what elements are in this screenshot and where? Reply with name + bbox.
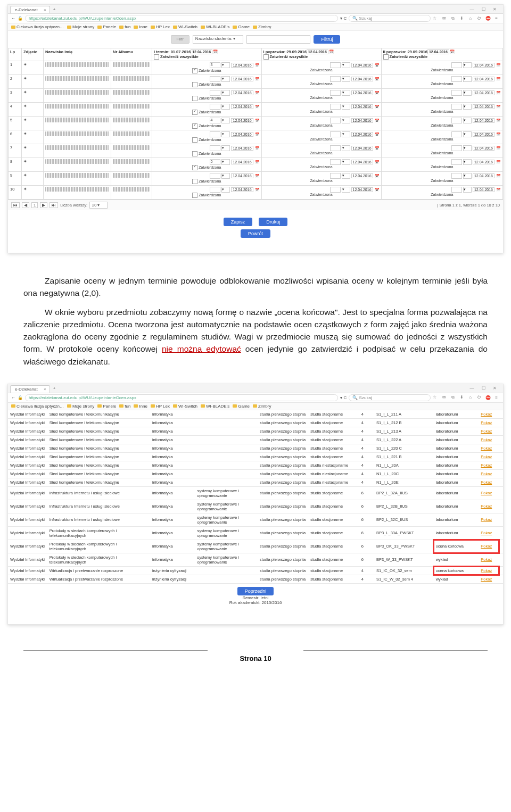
calendar-icon[interactable]: 📅 [496,63,501,68]
grade-select[interactable]: ▾ [463,173,472,179]
calendar-icon[interactable]: 📅 [496,188,501,192]
grade-select[interactable]: ▾ [342,159,350,165]
grade-input[interactable] [210,131,220,137]
bookmark-item[interactable]: Moje strony [67,24,94,29]
calendar-icon[interactable]: 📅 [375,132,380,137]
date-field[interactable]: 12.04.2016 [473,104,494,109]
bookmark-item[interactable]: Ciekawa iluzja optyczn… [11,404,64,409]
approve-checkbox[interactable] [192,137,197,143]
bookmark-item[interactable]: Panele [97,24,116,29]
date-field[interactable]: 12.04.2016 [351,187,373,192]
grade-input[interactable]: 4 [210,118,220,123]
date-field[interactable]: 12.04.2016 [473,187,494,192]
date-field[interactable]: 12.04.2016 [473,90,494,95]
bookmark-item[interactable]: fun [119,404,130,409]
calendar-icon[interactable]: 📅 [375,146,380,151]
rows-select[interactable]: 20 ▾ [89,202,108,209]
grade-input[interactable] [330,76,341,82]
date-field[interactable]: 12.04.2016 [473,173,494,178]
calendar-icon[interactable]: 📅 [496,160,501,164]
grade-input[interactable] [451,90,462,96]
abp-icon[interactable]: ⛔ [485,16,493,21]
toolbar-icons[interactable]: ☆ ✉ ⧉ ⬇ ⌂ ⏱ [433,16,483,21]
url-field[interactable]: https://edziekanat.zut.edu.pl/WU/Uzupeln… [25,394,338,401]
calendar-icon[interactable]: 📅 [375,91,380,95]
date-field[interactable]: 12.04.2016 [473,63,494,68]
back-button[interactable]: Powrót [241,229,270,238]
bookmark-item[interactable]: Inne [134,404,147,409]
grade-input[interactable] [210,187,220,193]
close-icon[interactable]: × [44,7,46,12]
grade-input[interactable] [451,118,462,123]
grade-input[interactable] [330,131,341,137]
approve-checkbox[interactable] [192,68,197,73]
cell-show[interactable]: Pokaż [479,566,503,575]
bookmark-item[interactable]: HP Lex [151,404,170,409]
bookmark-item[interactable]: WI-Switch [173,404,197,409]
date-field[interactable]: 12.04.2016 [473,77,494,81]
grade-select[interactable]: ▾ [342,145,350,151]
bookmark-item[interactable]: Zimbry [253,404,271,409]
grade-select[interactable]: ▾ [342,62,350,68]
browser-tab[interactable]: e-Dziekanat× [10,385,50,393]
filter-input[interactable] [246,35,310,44]
grade-input[interactable] [451,173,462,179]
calendar-icon[interactable]: 📅 [255,132,260,137]
new-tab-icon[interactable]: + [53,386,56,391]
grade-select[interactable]: ▾ [221,62,230,68]
grade-input[interactable] [210,76,220,82]
grade-select[interactable]: ▾ [342,118,350,123]
date-field[interactable]: 12.04.2016 [231,77,253,81]
search-field[interactable]: 🔍 Szukaj [349,15,431,22]
calendar-icon[interactable]: 📅 [255,77,260,81]
grade-select[interactable]: ▾ [463,131,472,137]
calendar-icon[interactable]: 📅 [255,91,260,95]
grade-input[interactable] [451,62,462,68]
grade-input[interactable] [330,159,341,165]
approve-checkbox[interactable] [192,193,197,198]
filter-apply-button[interactable]: Filtruj [314,35,340,44]
browser-tab[interactable]: e-Dziekanat× [10,6,50,13]
approve-checkbox[interactable] [192,110,197,115]
grade-select[interactable]: ▾ [342,104,350,110]
approve-checkbox[interactable] [192,123,197,129]
date-field[interactable]: 12.04.2016 [351,77,373,81]
approve-all-checkbox[interactable] [263,54,269,60]
grade-select[interactable]: ▾ [463,62,472,68]
grade-select[interactable]: ▾ [342,76,350,82]
cell-show[interactable]: Pokaż [479,410,503,419]
approve-all-checkbox[interactable] [383,54,389,60]
grade-input[interactable] [451,104,462,110]
date-field[interactable]: 12.04.2016 [231,118,253,123]
grade-input[interactable] [451,145,462,151]
bookmark-item[interactable]: Game [233,24,250,29]
save-button[interactable]: Zapisz [224,218,253,226]
grade-input[interactable] [210,90,220,96]
bookmark-item[interactable]: HP Lex [151,24,170,29]
grade-select[interactable]: ▾ [221,90,230,96]
calendar-icon[interactable]: 📅 [255,188,260,192]
grade-select[interactable]: ▾ [221,104,230,110]
calendar-icon[interactable]: 📅 [496,77,501,81]
calendar-icon[interactable]: 📅 [255,174,260,178]
grade-select[interactable]: ▾ [221,145,230,151]
menu-icon[interactable]: ≡ [495,395,500,400]
grade-input[interactable] [330,62,341,68]
cell-show[interactable]: Pokaż [479,553,503,566]
date-field[interactable]: 12.04.2016 [473,160,494,164]
calendar-icon[interactable]: 📅 [375,63,380,68]
cell-show[interactable]: Pokaż [479,486,503,500]
bookmark-item[interactable]: WI-Switch [173,24,197,29]
date-field[interactable]: 12.04.2016 [231,173,253,178]
calendar-icon[interactable]: 📅 [496,132,501,137]
menu-icon[interactable]: ≡ [495,16,500,21]
date-field[interactable]: 12.04.2016 [473,132,494,137]
date-field[interactable]: 12.04.2016 [473,146,494,151]
grade-input[interactable] [451,131,462,137]
bookmark-item[interactable]: Inne [134,24,147,29]
grade-input[interactable] [210,104,220,110]
url-field[interactable]: https://edziekanat.zut.edu.pl/WU/Uzupeln… [25,15,338,22]
date-field[interactable]: 12.04.2016 [351,160,373,164]
calendar-icon[interactable]: 📅 [496,146,501,151]
calendar-icon[interactable]: 📅 [496,119,501,123]
